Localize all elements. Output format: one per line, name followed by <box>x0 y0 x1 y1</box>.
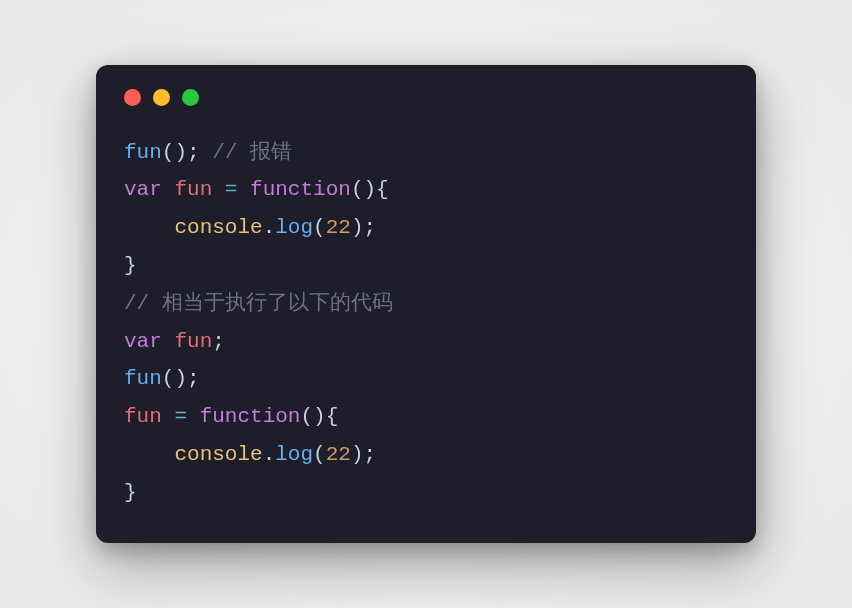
code-line: var fun; <box>124 323 728 361</box>
code-token-plain <box>162 178 175 201</box>
code-token-brace: { <box>376 178 389 201</box>
code-token-assign: = <box>225 178 238 201</box>
code-token-paren: ( <box>162 141 175 164</box>
code-line: fun(); <box>124 360 728 398</box>
code-token-paren: ( <box>162 367 175 390</box>
code-token-fn: fun <box>124 141 162 164</box>
code-token-comment: // 相当于执行了以下的代码 <box>124 292 393 315</box>
code-token-plain <box>124 443 174 466</box>
code-token-punct: ; <box>212 330 225 353</box>
code-line: fun(); // 报错 <box>124 134 728 172</box>
code-line: console.log(22); <box>124 209 728 247</box>
minimize-icon[interactable] <box>153 89 170 106</box>
code-token-paren: ( <box>300 405 313 428</box>
code-token-paren: ) <box>364 178 377 201</box>
code-token-punct: ; <box>364 443 377 466</box>
code-token-method: log <box>275 216 313 239</box>
code-token-funckw: function <box>200 405 301 428</box>
code-token-brace: } <box>124 481 137 504</box>
code-token-paren: ( <box>351 178 364 201</box>
code-line: fun = function(){ <box>124 398 728 436</box>
code-token-keyword: var <box>124 178 162 201</box>
code-token-paren: ) <box>351 443 364 466</box>
code-token-punct: ; <box>187 141 200 164</box>
code-token-builtin: console <box>174 443 262 466</box>
code-line: console.log(22); <box>124 436 728 474</box>
code-line: } <box>124 474 728 512</box>
code-token-number: 22 <box>326 443 351 466</box>
code-token-paren: ) <box>174 141 187 164</box>
code-token-plain <box>187 405 200 428</box>
zoom-icon[interactable] <box>182 89 199 106</box>
code-token-punct: ; <box>364 216 377 239</box>
code-token-punct: . <box>263 443 276 466</box>
code-token-builtin: console <box>174 216 262 239</box>
code-token-punct: ; <box>187 367 200 390</box>
code-token-ident: fun <box>174 330 212 353</box>
code-token-paren: ) <box>313 405 326 428</box>
code-token-assign: = <box>174 405 187 428</box>
code-token-paren: ) <box>174 367 187 390</box>
code-token-plain <box>162 405 175 428</box>
code-line: } <box>124 247 728 285</box>
code-window: fun(); // 报错var fun = function(){ consol… <box>96 65 756 544</box>
code-block: fun(); // 报错var fun = function(){ consol… <box>124 134 728 512</box>
code-token-paren: ( <box>313 443 326 466</box>
code-token-plain <box>212 178 225 201</box>
code-token-plain <box>162 330 175 353</box>
code-token-number: 22 <box>326 216 351 239</box>
code-token-punct: . <box>263 216 276 239</box>
traffic-lights <box>124 89 728 106</box>
code-token-paren: ( <box>313 216 326 239</box>
code-line: // 相当于执行了以下的代码 <box>124 285 728 323</box>
code-token-ident: fun <box>174 178 212 201</box>
code-line: var fun = function(){ <box>124 171 728 209</box>
code-token-method: log <box>275 443 313 466</box>
code-token-plain <box>200 141 213 164</box>
code-token-comment: // 报错 <box>212 141 292 164</box>
code-token-ident: fun <box>124 405 162 428</box>
close-icon[interactable] <box>124 89 141 106</box>
code-token-fn: fun <box>124 367 162 390</box>
code-token-keyword: var <box>124 330 162 353</box>
code-token-brace: { <box>326 405 339 428</box>
code-token-brace: } <box>124 254 137 277</box>
code-token-paren: ) <box>351 216 364 239</box>
code-token-funckw: function <box>250 178 351 201</box>
code-token-plain <box>237 178 250 201</box>
code-token-plain <box>124 216 174 239</box>
